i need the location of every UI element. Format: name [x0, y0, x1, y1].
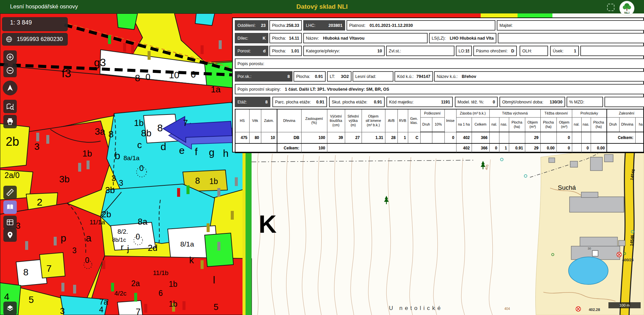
cell: 1.31	[362, 132, 385, 143]
field-label: Popis porostu:	[237, 61, 264, 66]
field-label: Skut. plocha etáže:	[332, 100, 367, 104]
field-empty-2[interactable]	[580, 46, 644, 56]
col-header: Prořezávky	[572, 109, 607, 117]
field-plocha-dilec[interactable]: Plocha:14.11	[269, 33, 302, 43]
field-label: LS(LZ):	[432, 36, 446, 41]
field-value: 0.91	[315, 74, 323, 79]
cell	[499, 132, 509, 143]
col-header: Dřevina	[277, 109, 301, 132]
field-kod-ku[interactable]: Kód k.ú.:794147	[394, 71, 433, 82]
field-porost[interactable]: Porost:d	[235, 46, 268, 56]
measure-button[interactable]	[3, 186, 17, 199]
cell: 366	[472, 132, 489, 143]
map-search-button[interactable]	[3, 100, 17, 113]
col-header: Poškození	[420, 109, 444, 117]
field-label: LHC:	[306, 23, 315, 28]
field-label: Model. těž. %:	[458, 100, 484, 104]
field-kategorie-prekryv[interactable]: Kategorie/překryv:10	[303, 46, 385, 56]
field-empty-3[interactable]	[604, 97, 644, 107]
location-pin-button[interactable]	[3, 228, 17, 242]
field-nazev-ku[interactable]: Název k.ú.:Břehov	[434, 71, 644, 82]
col-subheader: nas.	[581, 117, 591, 132]
field-lesni-urad[interactable]: Lesní úřad:	[353, 71, 393, 82]
field-popis-porostni-skupiny[interactable]: Popis porostní skupiny:1 část. Další LT:…	[235, 84, 644, 94]
col-header: HS	[235, 109, 249, 132]
cell: DB	[277, 132, 301, 143]
field-value: Hluboká nad Vltavou	[323, 36, 365, 41]
field-olh[interactable]: OLH:	[520, 46, 548, 56]
field-majitel[interactable]: Majitel:	[497, 20, 644, 31]
field-lo[interactable]: LO:15	[456, 46, 472, 56]
field-skut-plocha-etaze[interactable]: Skut. plocha etáže:0.91	[329, 97, 385, 107]
col-subheader: Objem (m³)	[556, 117, 572, 132]
field-value: 258.33	[286, 23, 299, 28]
field-platnost[interactable]: Platnost:01.01.2021-31.12.2030	[346, 20, 495, 31]
field-empty-1[interactable]	[498, 33, 644, 43]
zoom-out-button[interactable]	[3, 64, 17, 77]
cell: 80	[249, 132, 261, 143]
field-dilec[interactable]: Dílec:K	[235, 33, 268, 43]
col-subheader: Plocha (ha)	[591, 117, 607, 132]
field-plocha-porsk[interactable]: Plocha:0.91	[293, 71, 326, 82]
book-button[interactable]	[3, 200, 17, 214]
field-label: Zvl.st.:	[389, 49, 401, 53]
field-pasmo-ohrozeni[interactable]: Pásmo ohrožení:D	[473, 46, 517, 56]
field-value: LHO Hluboká nad Vltav	[450, 36, 494, 41]
col-subheader: Celkem	[472, 117, 489, 132]
table-button[interactable]	[3, 216, 17, 229]
cell	[572, 132, 581, 143]
field-nazev[interactable]: Název:Hluboká nad Vltavou	[303, 33, 428, 43]
zoom-in-button[interactable]	[3, 50, 17, 64]
field-value: 3O2	[341, 74, 349, 79]
field-value: 1 část. Další LT: 3P1. Vtroušené dřeviny…	[285, 87, 389, 92]
col-header: Těžba obnovní	[540, 109, 572, 117]
cell	[572, 143, 581, 153]
cell: 0	[489, 143, 499, 153]
field-etaz[interactable]: Etáž:8	[235, 97, 270, 107]
field-parc-plocha-etaze[interactable]: Parc. plocha etáže:0.91	[272, 97, 327, 107]
field-value: 8	[265, 100, 268, 104]
locate-arrow-button[interactable]	[3, 81, 17, 95]
field-value: K	[263, 36, 266, 41]
field-value: 15	[465, 49, 469, 53]
table-row: 4758010DB10039271.31281C0402366290Celkem…	[235, 132, 644, 143]
cell: 475	[235, 132, 249, 143]
field-usek[interactable]: Úsek:1	[550, 46, 579, 56]
cell: 100	[301, 132, 327, 143]
field-plocha-porost[interactable]: Plocha:1.01	[269, 46, 302, 56]
col-header: RVB	[397, 109, 408, 132]
print-button[interactable]	[3, 115, 17, 128]
field-lslz[interactable]: LS(LZ):LHO Hluboká nad Vltav	[429, 33, 496, 43]
selection-dashed-icon[interactable]	[607, 4, 614, 11]
field-value: Břehov	[462, 74, 476, 79]
field-zvl-st[interactable]: Zvl.st.:	[386, 46, 454, 56]
col-header: Imise	[444, 109, 456, 132]
col-header: Těžba výchovná	[489, 109, 540, 117]
field-plocha-oddeleni[interactable]: Plocha:258.33	[269, 20, 302, 31]
field-lhc[interactable]: LHC:203801	[303, 20, 345, 31]
field-kod-majetku[interactable]: Kód majetku:1191	[386, 97, 453, 107]
field-lt[interactable]: LT:3O2	[327, 71, 352, 82]
field-label: LT:	[330, 74, 335, 79]
field-value: 1	[574, 49, 576, 53]
field-obmyti[interactable]: Obmýtí/obnovní doba:130/30	[499, 97, 565, 107]
coordinates-value: 1595993 6280230	[17, 36, 63, 43]
field-value: 130/30	[550, 100, 562, 104]
table-row: Celkem:100402366010.91290.00000.00	[235, 143, 644, 153]
field-label: Majitel:	[499, 23, 513, 28]
cell: 39	[327, 132, 345, 143]
cell: 0	[581, 143, 591, 153]
cell	[235, 143, 277, 153]
field-por-sk[interactable]: Por.sk.:8	[235, 71, 292, 82]
layers-button[interactable]	[3, 302, 17, 315]
cell: 100	[301, 143, 327, 153]
cell: 29	[525, 143, 540, 153]
field-value: 14.11	[289, 36, 299, 41]
map-search-icon	[6, 102, 14, 111]
field-label: Plocha:	[272, 49, 286, 53]
field-model-tez[interactable]: Model. těž. %:0	[455, 97, 498, 107]
field-oddeleni[interactable]: Oddělení:23	[235, 20, 268, 31]
field-label: Porost:	[237, 49, 251, 53]
field-mzd[interactable]: % MZD:	[567, 97, 603, 107]
field-popis-porostu[interactable]: Popis porostu:	[235, 58, 644, 69]
